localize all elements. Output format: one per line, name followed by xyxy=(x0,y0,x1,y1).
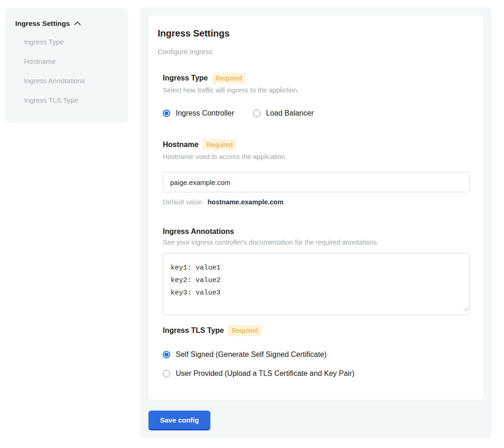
required-badge: Required xyxy=(203,139,236,150)
radio-option-ingress-controller[interactable]: Ingress Controller xyxy=(163,109,234,117)
hostname-label: Hostname xyxy=(163,141,198,149)
ingress-settings-card: Ingress Settings Configure Ingress Ingre… xyxy=(148,15,483,400)
section-hostname: Hostname Required Hostname used to acces… xyxy=(163,139,469,206)
chevron-up-icon xyxy=(74,21,81,25)
annotations-help: See your ingress controller's documentat… xyxy=(163,239,469,246)
radio-option-user-provided[interactable]: User Provided (Upload a TLS Certificate … xyxy=(163,369,469,378)
settings-nav-sidebar: Ingress Settings Ingress Type Hostname I… xyxy=(6,8,128,123)
default-value-text: hostname.example.com xyxy=(208,198,283,206)
radio-option-load-balancer[interactable]: Load Balancer xyxy=(253,109,313,117)
sidebar-item-ingress-tls-type[interactable]: Ingress TLS Type xyxy=(24,97,119,104)
annotations-textarea[interactable]: key1: value1 key2: value2 key3: value3 xyxy=(163,253,470,315)
section-ingress-tls-type: Ingress TLS Type Required Self Signed (G… xyxy=(163,325,469,378)
sidebar-item-hostname[interactable]: Hostname xyxy=(24,58,119,65)
hostname-default-line: Default value: hostname.example.com xyxy=(163,198,469,206)
ingress-type-label: Ingress Type xyxy=(163,74,208,82)
radio-label: Self Signed (Generate Self Signed Certif… xyxy=(176,350,326,359)
radio-option-self-signed[interactable]: Self Signed (Generate Self Signed Certif… xyxy=(163,350,469,359)
sidebar-item-ingress-type[interactable]: Ingress Type xyxy=(24,38,119,46)
save-config-button[interactable]: Save config xyxy=(148,411,210,430)
radio-label: Ingress Controller xyxy=(176,109,234,117)
page-subtitle: Configure Ingress xyxy=(158,48,469,55)
user-provided-radio[interactable] xyxy=(163,370,170,377)
sidebar-item-ingress-annotations[interactable]: Ingress Annotations xyxy=(24,77,119,85)
tls-type-radio-group: Self Signed (Generate Self Signed Certif… xyxy=(163,350,469,378)
sidebar-group-ingress-settings[interactable]: Ingress Settings xyxy=(15,19,119,27)
required-badge: Required xyxy=(228,325,262,336)
required-badge: Required xyxy=(212,73,246,84)
settings-main-panel: Ingress Settings Configure Ingress Ingre… xyxy=(140,7,492,438)
annotations-label: Ingress Annotations xyxy=(163,227,234,236)
radio-label: Load Balancer xyxy=(266,109,313,117)
sidebar-group-label: Ingress Settings xyxy=(15,19,70,27)
default-value-prefix: Default value: xyxy=(163,198,204,206)
tls-type-label: Ingress TLS Type xyxy=(163,326,224,335)
ingress-controller-radio[interactable] xyxy=(163,110,170,117)
load-balancer-radio[interactable] xyxy=(253,110,260,117)
hostname-input[interactable] xyxy=(163,172,470,192)
hostname-help: Hostname used to access the application. xyxy=(163,153,469,160)
self-signed-radio[interactable] xyxy=(163,351,170,358)
section-ingress-annotations: Ingress Annotations See your ingress con… xyxy=(163,227,469,315)
sidebar-item-list: Ingress Type Hostname Ingress Annotation… xyxy=(24,38,119,104)
section-ingress-type: Ingress Type Required Select how traffic… xyxy=(163,73,469,117)
resize-handle-icon[interactable] xyxy=(464,305,468,313)
page-title: Ingress Settings xyxy=(158,28,469,39)
ingress-type-radio-group: Ingress Controller Load Balancer xyxy=(163,109,469,117)
radio-label: User Provided (Upload a TLS Certificate … xyxy=(176,369,355,378)
ingress-type-help: Select how traffic will ingress to the a… xyxy=(163,86,469,94)
annotations-textarea-wrap: key1: value1 key2: value2 key3: value3 xyxy=(163,253,470,315)
